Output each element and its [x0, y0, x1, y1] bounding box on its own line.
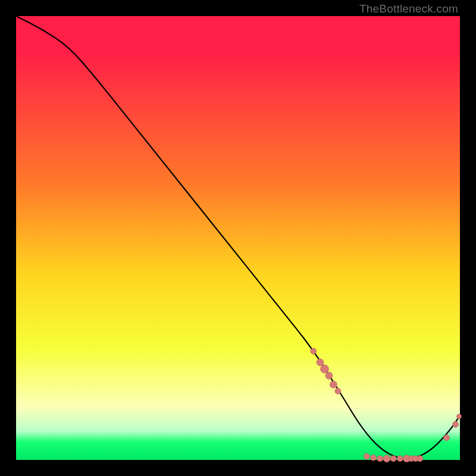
data-markers: [311, 348, 462, 462]
data-point: [390, 456, 396, 462]
attribution-text: TheBottleneck.com: [359, 2, 458, 15]
data-point: [325, 372, 333, 379]
data-point: [320, 365, 328, 373]
curve-layer: [16, 16, 460, 460]
data-point: [335, 388, 341, 394]
data-point: [417, 456, 423, 462]
bottleneck-curve: [16, 16, 460, 459]
plot-area: [16, 16, 460, 460]
data-point: [377, 456, 383, 462]
data-point: [371, 455, 377, 461]
data-point: [317, 359, 324, 366]
chart-frame: TheBottleneck.com: [0, 0, 476, 476]
data-point: [311, 348, 317, 354]
data-point: [383, 455, 390, 462]
data-point: [453, 421, 459, 427]
data-point: [444, 435, 450, 441]
data-point: [330, 381, 337, 388]
data-point: [457, 414, 462, 419]
data-point: [397, 456, 403, 462]
data-point: [364, 453, 369, 459]
